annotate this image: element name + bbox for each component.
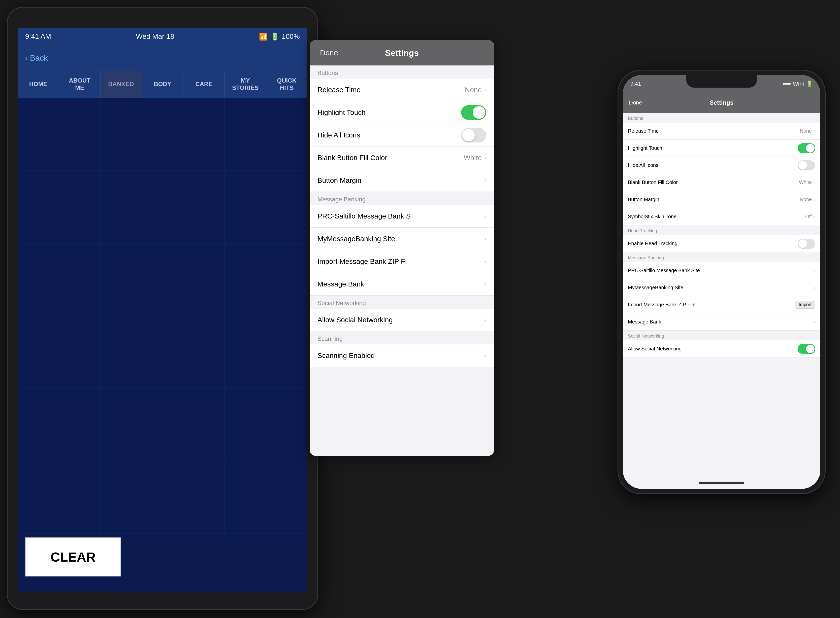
grid-cell[interactable] — [183, 388, 225, 461]
grid-cell[interactable] — [59, 461, 100, 534]
clear-button[interactable]: CLEAR — [25, 538, 121, 576]
ipad-top-bar: ‹ Back — [18, 45, 307, 70]
iphone-row-message-bank[interactable]: Message Bank › — [623, 313, 821, 331]
grid-cell[interactable] — [101, 98, 142, 171]
grid-cell[interactable] — [59, 171, 100, 243]
iphone-row-prc-saltillo[interactable]: PRC-Saltillo Message Bank Site › — [623, 262, 821, 279]
iphone-row-mymessagebanking[interactable]: MyMessageBanking Site › — [623, 279, 821, 296]
iphone-message-bank-chevron-icon: › — [814, 319, 815, 324]
grid-cell[interactable] — [225, 244, 266, 316]
iphone-row-release-time[interactable]: Release Time None › — [623, 123, 821, 140]
settings-row-import-zip[interactable]: Import Message Bank ZIP Fi › — [310, 250, 494, 273]
grid-cell[interactable] — [59, 316, 100, 388]
iphone-row-hide-icons[interactable]: Hide All Icons — [623, 157, 821, 174]
highlight-touch-toggle[interactable] — [461, 105, 486, 120]
iphone-signal-icon: ▪▪▪▪ — [783, 80, 791, 87]
iphone-row-highlight-touch[interactable]: Highlight Touch — [623, 140, 821, 157]
settings-row-message-bank[interactable]: Message Bank › — [310, 273, 494, 296]
grid-cell[interactable] — [18, 171, 59, 243]
iphone-status-icons: ▪▪▪▪ WiFi 🔋 — [783, 80, 813, 87]
grid-cell[interactable] — [18, 244, 59, 316]
nav-banked[interactable]: BANKED — [101, 70, 142, 98]
iphone-row-import-zip[interactable]: Import Message Bank ZIP File Import — [623, 296, 821, 313]
grid-cell[interactable] — [59, 98, 100, 171]
grid-cell[interactable] — [266, 171, 307, 243]
iphone-allow-social-toggle[interactable] — [798, 344, 815, 354]
iphone-settings-title: Settings — [710, 99, 734, 106]
iphone-release-time-label: Release Time — [628, 128, 658, 134]
iphone-release-time-value: None › — [800, 128, 815, 134]
iphone-allow-social-toggle-knob — [806, 345, 815, 353]
grid-cell[interactable] — [101, 244, 142, 316]
grid-cell[interactable] — [266, 388, 307, 461]
grid-cell[interactable] — [142, 244, 183, 316]
grid-cell[interactable] — [266, 461, 307, 534]
settings-row-scanning[interactable]: Scanning Enabled › — [310, 345, 494, 367]
grid-cell[interactable] — [266, 316, 307, 388]
iphone-row-allow-social[interactable]: Allow Social Networking — [623, 340, 821, 358]
settings-row-release-time[interactable]: Release Time None › — [310, 79, 494, 101]
grid-cell[interactable] — [142, 98, 183, 171]
iphone-import-button[interactable]: Import — [795, 301, 815, 309]
grid-cell[interactable] — [183, 244, 225, 316]
settings-row-prc-saltillo[interactable]: PRC-Saltillo Message Bank S › — [310, 205, 494, 227]
nav-my-stories[interactable]: MYSTORIES — [225, 70, 266, 98]
grid-cell[interactable] — [18, 461, 59, 534]
ipad-status-bar: 9:41 AM Wed Mar 18 📶 🔋 100% — [18, 28, 307, 45]
ipad-nav-bar: HOME ABOUTME BANKED BODY CARE MYSTORIES … — [18, 70, 307, 98]
settings-row-highlight-touch[interactable]: Highlight Touch — [310, 101, 494, 124]
back-button[interactable]: ‹ Back — [25, 53, 48, 63]
settings-row-button-margin[interactable]: Button Margin › — [310, 169, 494, 192]
button-margin-value: › — [484, 177, 486, 184]
grid-cell[interactable] — [183, 98, 225, 171]
nav-home[interactable]: HOME — [18, 70, 59, 98]
hide-all-icons-toggle[interactable] — [461, 128, 486, 143]
grid-cell[interactable] — [183, 171, 225, 243]
grid-cell[interactable] — [266, 98, 307, 171]
iphone-row-enable-head-tracking[interactable]: Enable Head Tracking — [623, 235, 821, 252]
section-message-banking-header: Message Banking — [310, 192, 494, 205]
iphone-section-buttons-header: Buttons — [623, 113, 821, 123]
grid-cell[interactable] — [225, 171, 266, 243]
grid-cell[interactable] — [142, 388, 183, 461]
grid-cell[interactable] — [18, 316, 59, 388]
grid-cell[interactable] — [225, 461, 266, 534]
clear-label: CLEAR — [51, 550, 95, 565]
grid-cell[interactable] — [18, 98, 59, 171]
iphone-highlight-touch-toggle[interactable] — [798, 143, 815, 153]
settings-row-hide-icons[interactable]: Hide All Icons — [310, 124, 494, 147]
grid-cell[interactable] — [59, 388, 100, 461]
grid-cell[interactable] — [142, 461, 183, 534]
nav-about-me[interactable]: ABOUTME — [59, 70, 100, 98]
grid-cell[interactable] — [225, 316, 266, 388]
settings-row-allow-social[interactable]: Allow Social Networking › — [310, 309, 494, 331]
iphone-row-symbolstix[interactable]: SymbolStix Skin Tone Off › — [623, 208, 821, 225]
grid-cell[interactable] — [183, 461, 225, 534]
grid-cell[interactable] — [101, 316, 142, 388]
grid-cell[interactable] — [142, 316, 183, 388]
iphone-head-tracking-toggle[interactable] — [798, 239, 815, 249]
nav-quick-hits[interactable]: QUICKHITS — [266, 70, 307, 98]
iphone-hide-icons-toggle[interactable] — [798, 160, 815, 171]
iphone-done-button[interactable]: Done — [629, 100, 642, 106]
grid-cell[interactable] — [18, 388, 59, 461]
grid-cell[interactable] — [101, 171, 142, 243]
section-social-header: Social Networking — [310, 296, 494, 309]
grid-cell[interactable] — [101, 388, 142, 461]
iphone-row-blank-fill[interactable]: Blank Button Fill Color White › — [623, 174, 821, 191]
grid-cell[interactable] — [142, 171, 183, 243]
settings-row-blank-fill[interactable]: Blank Button Fill Color White › — [310, 147, 494, 169]
iphone-row-button-margin[interactable]: Button Margin None › — [623, 191, 821, 208]
nav-body[interactable]: BODY — [142, 70, 183, 98]
grid-cell[interactable] — [101, 461, 142, 534]
settings-done-button-tablet[interactable]: Done — [320, 49, 338, 57]
grid-cell[interactable] — [225, 98, 266, 171]
nav-care[interactable]: CARE — [183, 70, 225, 98]
iphone-prc-chevron-icon: › — [814, 268, 815, 273]
grid-cell[interactable] — [183, 316, 225, 388]
grid-cell[interactable] — [59, 244, 100, 316]
grid-cell[interactable] — [225, 388, 266, 461]
settings-row-mymessagebanking[interactable]: MyMessageBanking Site › — [310, 227, 494, 250]
release-time-value: None › — [465, 86, 486, 94]
grid-cell[interactable] — [266, 244, 307, 316]
